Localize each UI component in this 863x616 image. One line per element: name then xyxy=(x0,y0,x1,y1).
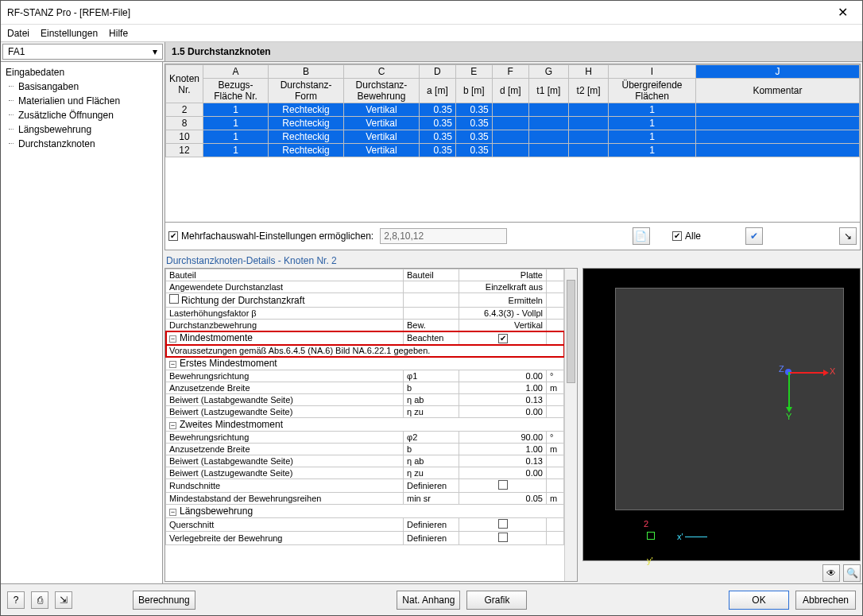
chevron-down-icon: ▾ xyxy=(153,46,157,57)
footer: ? ⎙ ⇲ Berechnung Nat. Anhang Grafik OK A… xyxy=(1,583,862,615)
nat-anhang-button[interactable]: Nat. Anhang xyxy=(397,591,460,610)
viewer-toolbar: 👁 🔍 xyxy=(582,561,861,582)
grid-header-t2: t2 [m] xyxy=(568,79,608,103)
col-letter-c[interactable]: C xyxy=(344,65,420,79)
select-all-checkbox[interactable]: ✔ Alle xyxy=(672,231,701,242)
checkbox-richtung[interactable] xyxy=(169,294,179,304)
col-letter-e[interactable]: E xyxy=(455,65,492,79)
grid-row[interactable]: 12 1 Rechteckig Vertikal 0.35 0.35 1 xyxy=(166,144,860,157)
checkbox-rundschnitte[interactable] xyxy=(498,480,508,490)
viewer-pane: X Y Z 2 x' y' 👁 🔍 xyxy=(582,268,861,582)
multiselect-bar: ✔ Mehrfachauswahl-Einstellungen ermöglic… xyxy=(164,223,861,250)
grid-header-kommentar: Kommentar xyxy=(695,79,859,103)
col-letter-d[interactable]: D xyxy=(419,65,455,79)
help-icon[interactable]: ? xyxy=(7,591,25,609)
grid-header-d: d [m] xyxy=(492,79,528,103)
nav-item-oeffnungen[interactable]: Zusätzliche Öffnungen xyxy=(4,108,159,122)
case-selector-value: FA1 xyxy=(8,46,25,57)
menu-file[interactable]: Datei xyxy=(7,28,29,39)
menubar: Datei Einstellungen Hilfe xyxy=(1,25,862,42)
nav-tree: Eingabedaten Basisangaben Materialien un… xyxy=(1,62,163,583)
grid-header-b: b [m] xyxy=(455,79,492,103)
titlebar: RF-STANZ Pro - [RFEM-File] ✕ xyxy=(1,1,862,25)
cancel-button[interactable]: Abbrechen xyxy=(795,591,856,610)
details-title: Durchstanzknoten-Details - Knoten Nr. 2 xyxy=(164,250,861,268)
export-icon[interactable]: ⎙ xyxy=(31,591,48,609)
col-letter-b[interactable]: B xyxy=(269,65,344,79)
grid-row[interactable]: 8 1 Rechteckig Vertikal 0.35 0.35 1 xyxy=(166,117,860,130)
select-all-label: Alle xyxy=(685,231,701,242)
import-icon[interactable]: ⇲ xyxy=(55,591,72,609)
col-letter-a[interactable]: A xyxy=(203,65,269,79)
menu-help[interactable]: Hilfe xyxy=(109,28,128,39)
nav-item-basisangaben[interactable]: Basisangaben xyxy=(4,79,159,94)
grid-header-knoten: Knoten Nr. xyxy=(166,65,203,103)
calc-button[interactable]: Berechnung xyxy=(133,591,195,610)
app-window: RF-STANZ Pro - [RFEM-File] ✕ Datei Einst… xyxy=(0,0,863,616)
case-selector[interactable]: FA1 ▾ xyxy=(2,44,163,60)
collapse-icon[interactable]: − xyxy=(169,422,176,429)
col-letter-i[interactable]: I xyxy=(609,65,696,79)
grid-header-t1: t1 [m] xyxy=(528,79,568,103)
col-letter-g[interactable]: G xyxy=(528,65,568,79)
pick-from-graphic-icon[interactable]: 📄 xyxy=(633,227,650,245)
details-grid[interactable]: BauteilBauteilPlatte Angewendete Durchst… xyxy=(164,268,578,582)
viewer-3d[interactable]: X Y Z 2 x' y' xyxy=(582,268,861,561)
grid-row[interactable]: 2 1 Rechteckig Vertikal 0.35 0.35 1 xyxy=(166,103,860,117)
details-scrollbar[interactable] xyxy=(564,269,577,581)
menu-settings[interactable]: Einstellungen xyxy=(41,28,98,39)
apply-icon[interactable]: ✔ xyxy=(745,227,763,245)
grid-row[interactable]: 10 1 Rechteckig Vertikal 0.35 0.35 1 xyxy=(166,130,860,144)
grid-header-bezug: Bezugs- Fläche Nr. xyxy=(203,79,269,103)
grafik-button[interactable]: Grafik xyxy=(466,591,527,610)
collapse-icon[interactable]: − xyxy=(169,335,176,343)
checkbox-mindestmomente[interactable]: ✔ xyxy=(498,334,508,343)
nav-item-laengsbewehrung[interactable]: Längsbewehrung xyxy=(4,122,159,137)
eye-icon[interactable]: 👁 xyxy=(822,564,840,582)
section-title: 1.5 Durchstanzknoten xyxy=(164,42,862,61)
multiselect-label: Mehrfachauswahl-Einstellungen ermögliche… xyxy=(181,231,373,242)
grid-header-bew: Durchstanz- Bewehrung xyxy=(344,79,420,103)
grid-header-ueber: Übergreifende Flächen xyxy=(609,79,696,103)
col-letter-f[interactable]: F xyxy=(492,65,528,79)
nav-root[interactable]: Eingabedaten xyxy=(4,65,159,79)
multiselect-input[interactable] xyxy=(380,228,507,244)
zoomfit-icon[interactable]: 🔍 xyxy=(843,564,861,582)
nav-item-materialien[interactable]: Materialien und Flächen xyxy=(4,94,159,108)
top-row: FA1 ▾ 1.5 Durchstanzknoten xyxy=(1,42,862,62)
pick-tool-icon[interactable]: ↘ xyxy=(839,227,857,245)
ok-button[interactable]: OK xyxy=(729,591,789,610)
body: Eingabedaten Basisangaben Materialien un… xyxy=(1,62,862,583)
grid-header-form: Durchstanz- Form xyxy=(269,79,344,103)
multiselect-checkbox[interactable]: ✔ Mehrfachauswahl-Einstellungen ermöglic… xyxy=(168,231,373,242)
nodes-grid[interactable]: Knoten Nr. A B C D E F G H I J Bezugs- F… xyxy=(164,64,861,223)
window-title: RF-STANZ Pro - [RFEM-File] xyxy=(7,7,830,18)
grid-header-a: a [m] xyxy=(419,79,455,103)
close-icon[interactable]: ✕ xyxy=(830,5,856,20)
col-letter-j[interactable]: J xyxy=(695,65,859,79)
collapse-icon[interactable]: − xyxy=(169,361,176,368)
checkbox-verlegebreite[interactable] xyxy=(498,533,508,542)
details-row: BauteilBauteilPlatte Angewendete Durchst… xyxy=(164,268,861,582)
checkbox-querschnitt[interactable] xyxy=(498,519,508,529)
nav-item-durchstanzknoten[interactable]: Durchstanzknoten xyxy=(4,137,159,151)
view-frame xyxy=(615,288,844,510)
col-letter-h[interactable]: H xyxy=(568,65,608,79)
main-pane: Knoten Nr. A B C D E F G H I J Bezugs- F… xyxy=(163,62,862,583)
collapse-icon[interactable]: − xyxy=(169,509,176,516)
